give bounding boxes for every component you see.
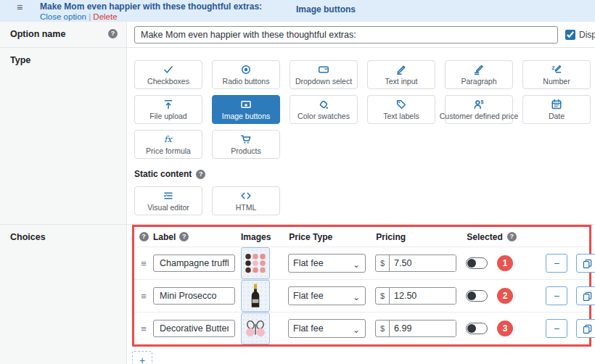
pricing-input[interactable]	[390, 255, 456, 271]
type-button-color-swatches[interactable]: Color swatches	[290, 95, 358, 124]
close-option-link[interactable]: Close option	[40, 12, 86, 21]
type-button-radio-buttons[interactable]: Radio buttons	[212, 60, 280, 89]
selected-toggle[interactable]	[466, 323, 488, 334]
currency-prefix: $	[376, 255, 390, 271]
delete-option-link[interactable]: Delete	[93, 12, 117, 21]
type-button-label: Color swatches	[298, 112, 350, 120]
selected-column-header: Selected	[467, 232, 502, 242]
add-choice-button[interactable]: +	[132, 351, 152, 364]
type-button-text-input[interactable]: Text input	[367, 60, 435, 89]
type-button-label: Visual editor	[147, 204, 189, 212]
static-content-grid: Visual editorHTML	[134, 186, 595, 215]
text-input-icon	[395, 64, 407, 75]
help-icon[interactable]: ?	[108, 29, 118, 38]
pricing-field: $	[375, 320, 456, 337]
type-button-label: Radio buttons	[223, 78, 270, 86]
type-label-cell: Type	[0, 48, 127, 224]
static-content-label: Static content	[134, 169, 192, 179]
type-button-label: Date	[549, 112, 565, 120]
choices-content: ? Label ? Images Price Type Pricing Sele…	[127, 225, 595, 364]
choice-label-input[interactable]	[153, 320, 235, 337]
option-header-titles: Make Mom even happier with these thought…	[40, 2, 262, 22]
type-row: Type CheckboxesRadio buttonsDropdown sel…	[0, 48, 595, 225]
type-grid: CheckboxesRadio buttonsDropdown selectTe…	[134, 60, 595, 159]
type-button-dropdown-select[interactable]: Dropdown select	[290, 60, 358, 89]
duplicate-choice-button[interactable]	[576, 254, 595, 273]
option-title: Make Mom even happier with these thought…	[40, 2, 262, 12]
drag-handle-icon[interactable]: ≡	[141, 291, 147, 301]
choice-row: ≡Flat fee$2−	[134, 279, 589, 312]
pricing-field: $	[375, 255, 456, 272]
date-icon	[551, 99, 562, 110]
help-icon[interactable]: ?	[179, 232, 189, 241]
label-column-header: Label	[153, 232, 176, 242]
price-type-select[interactable]: Flat fee	[288, 286, 366, 305]
pricing-input[interactable]	[390, 320, 456, 336]
color-swatches-icon	[318, 99, 329, 110]
display-checkbox-wrap[interactable]: Display	[565, 30, 595, 40]
choice-label-input[interactable]	[153, 255, 235, 272]
choice-label-input[interactable]	[153, 287, 235, 305]
remove-choice-button[interactable]: −	[546, 319, 567, 338]
remove-choice-button[interactable]: −	[546, 254, 567, 273]
truffles-thumbnail[interactable]	[241, 247, 270, 279]
help-icon[interactable]: ?	[507, 232, 517, 241]
choices-label: Choices	[10, 232, 46, 242]
number-icon: 2	[551, 64, 562, 75]
type-button-number[interactable]: 2Number	[522, 60, 591, 89]
row-number-badge: 3	[497, 320, 513, 336]
price-type-column-header: Price Type	[289, 232, 366, 242]
type-button-label: Dropdown select	[295, 78, 352, 86]
customer-defined-price-icon: $	[473, 99, 485, 110]
option-header-links: Close option | Delete	[40, 12, 262, 22]
type-button-image-buttons[interactable]: Image buttons	[212, 95, 280, 124]
toggle-knob	[467, 324, 476, 333]
help-icon[interactable]: ?	[139, 232, 149, 241]
svg-text:fx: fx	[164, 134, 173, 144]
products-icon	[240, 133, 252, 145]
choices-table-header: ? Label ? Images Price Type Pricing Sele…	[134, 227, 589, 247]
choices-row: Choices ? Label ? Images Price Type Pric…	[0, 225, 595, 364]
type-button-customer-defined-price[interactable]: $Customer defined price	[445, 95, 513, 124]
image-buttons-icon	[240, 99, 252, 110]
selected-toggle[interactable]	[466, 290, 488, 302]
type-button-paragraph[interactable]: Paragraph	[445, 60, 513, 89]
selected-toggle[interactable]	[466, 257, 488, 269]
price-type-select[interactable]: Flat fee	[288, 254, 366, 273]
type-button-visual-editor[interactable]: Visual editor	[134, 186, 202, 215]
prosecco-thumbnail[interactable]	[241, 280, 270, 312]
display-checkbox[interactable]	[565, 30, 575, 40]
option-name-input[interactable]	[134, 26, 558, 44]
static-content-label-wrap: Static content ?	[134, 169, 595, 179]
checkboxes-icon	[163, 64, 174, 75]
type-button-label: Checkboxes	[147, 78, 189, 86]
type-button-file-upload[interactable]: File upload	[134, 95, 202, 124]
type-button-price-formula[interactable]: fxPrice formula	[134, 130, 202, 159]
type-content: CheckboxesRadio buttonsDropdown selectTe…	[127, 48, 595, 224]
drag-handle-icon[interactable]: ≡	[141, 324, 147, 334]
type-button-checkboxes[interactable]: Checkboxes	[134, 60, 202, 89]
type-button-label: Number	[543, 78, 570, 86]
currency-prefix: $	[376, 320, 390, 336]
duplicate-choice-button[interactable]	[576, 319, 595, 338]
price-type-select[interactable]: Flat fee	[288, 319, 366, 338]
dropdown-select-icon	[318, 64, 329, 75]
type-button-date[interactable]: Date	[522, 95, 591, 124]
remove-choice-button[interactable]: −	[546, 286, 567, 305]
type-button-products[interactable]: Products	[212, 130, 280, 159]
drag-handle-icon[interactable]: ≡	[141, 259, 147, 268]
help-icon[interactable]: ?	[196, 170, 205, 179]
duplicate-choice-button[interactable]	[576, 286, 595, 305]
choice-row: ≡Flat fee$1−	[134, 247, 589, 279]
toggle-knob	[467, 259, 476, 268]
type-button-html[interactable]: HTML	[212, 186, 280, 215]
menu-icon[interactable]: ≡	[17, 1, 22, 13]
type-button-text-labels[interactable]: Text labels	[367, 95, 435, 124]
svg-text:$: $	[481, 99, 484, 105]
option-name-row: Option name ? Display	[0, 22, 595, 48]
display-label: Display	[579, 30, 595, 40]
type-button-label: Image buttons	[222, 112, 271, 120]
visual-editor-icon	[163, 190, 174, 202]
butterfly-thumbnail[interactable]	[241, 313, 270, 344]
pricing-input[interactable]	[390, 288, 456, 304]
